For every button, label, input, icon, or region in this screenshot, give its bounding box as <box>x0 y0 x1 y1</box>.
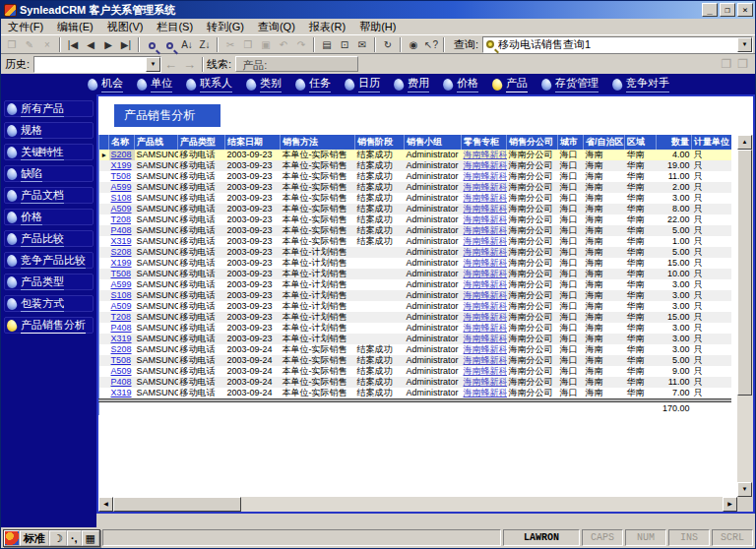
menu-item-3[interactable]: 栏目(S) <box>150 19 200 35</box>
product-name-link[interactable]: T208 <box>111 312 132 322</box>
column-header-10[interactable]: 省/自治区 <box>584 135 625 150</box>
row-selector[interactable] <box>99 225 109 236</box>
tab-6[interactable]: 费用 <box>394 76 429 92</box>
table-row-13[interactable]: S108SAMSUNG移动电话2003-09-23本单位-计划销售Adminis… <box>99 290 731 301</box>
table-row-12[interactable]: A599SAMSUNG移动电话2003-09-23本单位-计划销售Adminis… <box>99 279 731 290</box>
restore-button[interactable]: ❐ <box>720 3 735 17</box>
menu-item-2[interactable]: 视图(V) <box>100 19 151 35</box>
table-row-20[interactable]: A509SAMSUNG移动电话2003-09-24本单位-实际销售结案成功Adm… <box>99 366 731 377</box>
tab-0[interactable]: 机会 <box>88 76 123 92</box>
row-selector[interactable] <box>99 269 109 279</box>
sidebar-item-7[interactable]: 竞争产品比较 <box>4 252 94 269</box>
tab-7[interactable]: 价格 <box>443 76 478 92</box>
product-name-link[interactable]: A509 <box>111 366 132 376</box>
product-name-link[interactable]: P408 <box>111 225 132 235</box>
menu-item-6[interactable]: 报表(R) <box>302 19 352 35</box>
product-name-link[interactable]: A599 <box>111 279 132 289</box>
close-button[interactable]: × <box>737 3 753 17</box>
table-row-17[interactable]: X319SAMSUNG移动电话2003-09-23本单位-计划销售Adminis… <box>99 334 731 344</box>
sidebar-item-5[interactable]: 价格 <box>4 209 94 225</box>
row-selector[interactable] <box>99 334 109 344</box>
sidebar-item-1[interactable]: 规格 <box>4 122 94 139</box>
product-name-link[interactable]: T508 <box>111 355 132 365</box>
column-header-13[interactable]: 计量单位 <box>692 135 731 150</box>
menu-item-0[interactable]: 文件(F) <box>1 19 50 35</box>
retail-counter-link[interactable]: 海南蜂新科 <box>464 182 507 192</box>
retail-counter-link[interactable]: 海南蜂新科 <box>464 301 507 311</box>
sidebar-item-9[interactable]: 包装方式 <box>4 295 94 312</box>
table-row-19[interactable]: T508SAMSUNG移动电话2003-09-24本单位-实际销售结案成功Adm… <box>99 355 731 366</box>
table-row-7[interactable]: P408SAMSUNG移动电话2003-09-23本单位-实际销售结案成功Adm… <box>99 225 731 236</box>
column-header-4[interactable]: 销售方法 <box>281 135 355 150</box>
find-icon[interactable]: ◉ <box>405 36 422 53</box>
table-row-21[interactable]: P408SAMSUNG移动电话2003-09-24本单位-实际销售结案成功Adm… <box>99 377 731 388</box>
retail-counter-link[interactable]: 海南蜂新科 <box>464 334 507 343</box>
row-selector[interactable] <box>99 366 109 377</box>
ime-softkeyboard-icon[interactable]: ▦ <box>82 530 99 546</box>
row-selector[interactable] <box>99 182 109 193</box>
column-header-9[interactable]: 城市 <box>558 135 584 150</box>
retail-counter-link[interactable]: 海南蜂新科 <box>464 236 507 246</box>
table-row-3[interactable]: A599SAMSUNG移动电话2003-09-23本单位-实际销售结案成功Adm… <box>99 182 731 193</box>
retail-counter-link[interactable]: 海南蜂新科 <box>464 366 507 376</box>
retail-counter-link[interactable]: 海南蜂新科 <box>464 258 507 268</box>
horizontal-scrollbar[interactable]: ◀ ▶ <box>98 497 753 512</box>
ime-mode-button[interactable]: 标准 <box>20 530 49 546</box>
tab-2[interactable]: 联系人 <box>186 76 232 92</box>
back-icon[interactable]: ← <box>161 57 180 72</box>
product-name-link[interactable]: A509 <box>111 301 132 311</box>
product-name-link[interactable]: S108 <box>111 290 132 300</box>
context-help-icon[interactable]: ↖? <box>422 36 440 53</box>
retail-counter-link[interactable]: 海南蜂新科 <box>464 323 507 333</box>
row-selector[interactable] <box>99 160 109 171</box>
vertical-scrollbar[interactable]: ▲ ▼ <box>737 135 753 497</box>
retail-counter-link[interactable]: 海南蜂新科 <box>464 377 507 387</box>
table-row-10[interactable]: X199SAMSUNG移动电话2003-09-23本单位-计划销售Adminis… <box>99 258 731 269</box>
product-name-link[interactable]: P408 <box>111 377 132 387</box>
retail-counter-link[interactable]: 海南蜂新科 <box>464 171 507 181</box>
row-selector[interactable] <box>99 323 109 334</box>
retail-counter-link[interactable]: 海南蜂新科 <box>464 204 507 214</box>
product-name-link[interactable]: S108 <box>111 193 132 203</box>
retail-counter-link[interactable]: 海南蜂新科 <box>464 312 507 322</box>
ime-halfwidth-icon[interactable]: ☽ <box>49 530 67 546</box>
product-name-link[interactable]: T208 <box>111 214 132 224</box>
first-record-icon[interactable]: |◀ <box>64 36 82 53</box>
table-row-6[interactable]: T208SAMSUNG移动电话2003-09-23本单位-实际销售结案成功Adm… <box>99 214 731 225</box>
query-dropdown-button[interactable]: ▼ <box>737 37 752 52</box>
scroll-down-icon[interactable]: ▼ <box>737 482 752 497</box>
row-selector[interactable]: ▸ <box>99 150 109 160</box>
vertical-scroll-thumb[interactable] <box>737 150 752 396</box>
product-name-link[interactable]: X319 <box>111 334 132 343</box>
retail-counter-link[interactable]: 海南蜂新科 <box>464 150 507 159</box>
ime-logo-icon[interactable] <box>4 530 20 546</box>
table-row-2[interactable]: T508SAMSUNG移动电话2003-09-23本单位-实际销售结案成功Adm… <box>99 171 731 182</box>
tab-1[interactable]: 单位 <box>137 76 172 92</box>
prev-record-icon[interactable]: ◀ <box>82 36 99 53</box>
menu-item-7[interactable]: 帮助(H) <box>352 19 403 35</box>
history-combobox[interactable]: ▼ <box>33 56 161 73</box>
column-header-11[interactable]: 区域 <box>625 135 657 150</box>
sidebar-item-6[interactable]: 产品比较 <box>4 230 94 247</box>
product-name-link[interactable]: X199 <box>111 258 132 268</box>
table-row-8[interactable]: X319SAMSUNG移动电话2003-09-23本单位-实际销售结案成功Adm… <box>99 236 731 247</box>
row-selector[interactable] <box>99 355 109 366</box>
product-name-link[interactable]: P408 <box>111 323 132 333</box>
scroll-right-icon[interactable]: ▶ <box>723 497 737 512</box>
retail-counter-link[interactable]: 海南蜂新科 <box>464 344 507 354</box>
sidebar-item-4[interactable]: 产品文档 <box>4 187 94 204</box>
table-row-16[interactable]: P408SAMSUNG移动电话2003-09-23本单位-计划销售Adminis… <box>99 323 731 334</box>
tab-4[interactable]: 任务 <box>295 76 331 92</box>
table-row-9[interactable]: S208SAMSUNG移动电话2003-09-23本单位-计划销售Adminis… <box>99 247 731 258</box>
retail-counter-link[interactable]: 海南蜂新科 <box>464 388 507 397</box>
column-header-0[interactable]: 名称 <box>109 135 135 150</box>
search-icon[interactable] <box>143 36 160 53</box>
product-name-link[interactable]: S208 <box>111 150 132 159</box>
row-selector[interactable] <box>99 236 109 247</box>
menu-item-5[interactable]: 查询(Q) <box>251 19 302 35</box>
row-selector[interactable] <box>99 388 109 399</box>
sidebar-item-8[interactable]: 产品类型 <box>4 274 94 290</box>
retail-counter-link[interactable]: 海南蜂新科 <box>464 355 507 365</box>
sidebar-item-10[interactable]: 产品销售分析 <box>4 317 94 334</box>
retail-counter-link[interactable]: 海南蜂新科 <box>464 279 507 289</box>
